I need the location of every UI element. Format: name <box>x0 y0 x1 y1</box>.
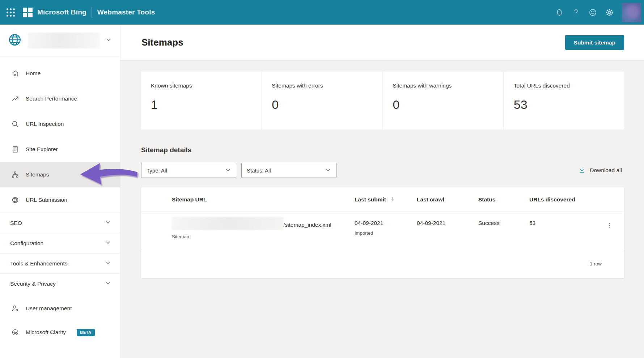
help-icon[interactable] <box>568 4 584 21</box>
app-window: Microsoft Bing Webmaster Tools <box>0 0 644 358</box>
sidebar-item-label: User management <box>26 305 72 312</box>
sidebar-item-label: URL Submission <box>26 197 67 203</box>
stat-label: Sitemaps with errors <box>272 82 378 89</box>
sidebar-group-label: Tools & Enhancements <box>10 260 68 267</box>
column-header-last-submit-sortable[interactable]: Last submit <box>355 196 417 203</box>
user-avatar[interactable] <box>622 3 641 22</box>
sidebar: Home Search Performance <box>0 25 120 358</box>
app-launcher-waffle-icon[interactable] <box>7 8 15 17</box>
home-icon <box>11 69 19 77</box>
sidebar-item-home[interactable]: Home <box>0 61 120 86</box>
chevron-down-icon <box>105 219 111 227</box>
person-gear-icon <box>11 304 19 312</box>
stat-card-sitemaps-with-errors: Sitemaps with errors 0 <box>262 72 382 129</box>
sidebar-item-label: Sitemaps <box>26 171 49 178</box>
sidebar-group-tools-enhancements[interactable]: Tools & Enhancements <box>0 253 120 273</box>
row-count-label: 1 row <box>590 261 602 267</box>
chevron-down-icon <box>325 167 331 174</box>
stat-label: Sitemaps with warnings <box>393 82 500 89</box>
brand-name: Microsoft Bing <box>37 8 86 16</box>
sitemap-url-suffix[interactable]: /sitemap_index.xml <box>283 222 331 228</box>
download-all-button[interactable]: Download all <box>578 166 624 175</box>
page-header: Sitemaps Submit sitemap <box>120 25 644 61</box>
column-header-status: Status <box>478 196 529 203</box>
sidebar-item-sitemaps[interactable]: Sitemaps <box>0 162 120 187</box>
sidebar-item-site-explorer[interactable]: Site Explorer <box>0 137 120 162</box>
status-filter-dropdown[interactable]: Status: All <box>241 163 336 178</box>
sidebar-item-user-management[interactable]: User management <box>0 297 120 320</box>
feedback-smiley-icon[interactable] <box>584 4 601 21</box>
sidebar-group-label: Configuration <box>10 240 43 247</box>
stat-card-total-urls-discovered: Total URLs discovered 53 <box>504 72 624 129</box>
sidebar-group-security-privacy[interactable]: Security & Privacy <box>0 273 120 294</box>
sitemap-url-redacted <box>172 217 283 230</box>
chevron-down-icon <box>105 239 111 247</box>
sidebar-item-url-submission[interactable]: URL Submission <box>0 187 120 213</box>
sidebar-item-url-inspection[interactable]: URL Inspection <box>0 111 120 137</box>
sitemaps-table: Sitemap URL Last submit Last crawl <box>141 187 624 278</box>
sort-descending-arrow-icon <box>389 196 395 203</box>
column-header-label: Last submit <box>355 196 386 203</box>
table-row: /sitemap_index.xml Sitemap 04-09-2021 Im… <box>141 212 624 249</box>
topbar: Microsoft Bing Webmaster Tools <box>0 0 644 25</box>
last-submit-note: Imported <box>355 230 417 236</box>
sidebar-item-search-performance[interactable]: Search Performance <box>0 86 120 111</box>
sidebar-item-label: Microsoft Clarity <box>26 329 66 336</box>
download-all-label: Download all <box>590 167 622 174</box>
stat-value: 53 <box>514 98 620 112</box>
status-filter-value: Status: All <box>247 167 271 174</box>
sidebar-group-label: Security & Privacy <box>10 281 56 287</box>
beta-badge: BETA <box>77 329 95 336</box>
microsoft-logo-icon <box>23 8 33 17</box>
site-name-redacted <box>28 33 100 48</box>
stat-value: 1 <box>151 98 258 112</box>
sidebar-item-label: URL Inspection <box>26 121 64 127</box>
last-submit-date: 04-09-2021 <box>355 220 417 226</box>
sitemap-type-label: Sitemap <box>172 234 355 239</box>
sidebar-nav: Home Search Performance <box>0 56 120 344</box>
type-filter-dropdown[interactable]: Type: All <box>141 163 236 178</box>
column-header-urls-discovered: URLs discovered <box>529 196 602 203</box>
sitemap-details-heading: Sitemap details <box>141 146 624 154</box>
trend-arrow-icon <box>11 95 19 103</box>
sidebar-group-seo[interactable]: SEO <box>0 213 120 233</box>
settings-gear-icon[interactable] <box>601 4 618 21</box>
chevron-down-icon <box>105 280 111 288</box>
stat-card-sitemaps-with-warnings: Sitemaps with warnings 0 <box>383 72 503 129</box>
row-actions-kebab-icon[interactable] <box>604 220 615 232</box>
stat-label: Total URLs discovered <box>514 82 620 89</box>
column-header-sitemap-url: Sitemap URL <box>141 196 355 203</box>
chevron-down-icon <box>105 259 111 268</box>
sidebar-item-label: Search Performance <box>26 95 77 102</box>
clarity-icon <box>11 328 19 336</box>
main-content: Sitemaps Submit sitemap Known sitemaps 1… <box>120 25 644 358</box>
stats-row: Known sitemaps 1 Sitemaps with errors 0 … <box>141 72 624 129</box>
product-name: Webmaster Tools <box>97 8 155 16</box>
stat-card-known-sitemaps: Known sitemaps 1 <box>141 72 261 129</box>
notifications-bell-icon[interactable] <box>551 4 568 21</box>
brand-separator <box>92 7 92 18</box>
site-selector[interactable] <box>0 25 120 56</box>
table-footer: 1 row <box>141 249 624 278</box>
type-filter-value: Type: All <box>147 167 167 174</box>
sidebar-group-configuration[interactable]: Configuration <box>0 233 120 253</box>
stat-value: 0 <box>272 98 378 112</box>
submit-sitemap-button[interactable]: Submit sitemap <box>565 35 624 50</box>
sidebar-item-microsoft-clarity[interactable]: Microsoft Clarity BETA <box>0 320 120 344</box>
status-value: Success <box>478 220 529 226</box>
sidebar-group-label: SEO <box>10 220 22 226</box>
filter-row: Type: All Status: All <box>141 163 624 178</box>
site-globe-icon <box>7 32 22 49</box>
chevron-down-icon <box>105 36 112 44</box>
chevron-down-icon <box>225 167 231 174</box>
document-list-icon <box>11 145 19 153</box>
download-icon <box>578 166 586 175</box>
column-header-last-crawl: Last crawl <box>417 196 478 203</box>
stat-value: 0 <box>393 98 500 112</box>
search-icon <box>11 120 19 128</box>
table-header-row: Sitemap URL Last submit Last crawl <box>141 187 624 212</box>
sidebar-item-label: Home <box>26 70 41 77</box>
stat-label: Known sitemaps <box>151 82 258 89</box>
page-title: Sitemaps <box>141 37 183 48</box>
urls-discovered-value: 53 <box>529 220 602 226</box>
